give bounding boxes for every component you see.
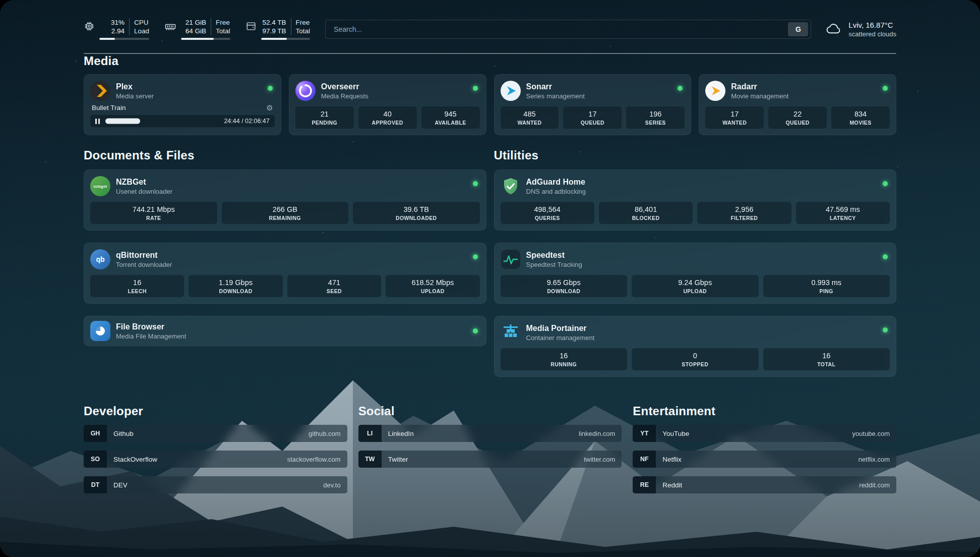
- section-title-documents: Documents & Files: [84, 148, 486, 162]
- memory-total-label: Total: [216, 27, 230, 35]
- bookmark-twitter[interactable]: TW Twitter twitter.com: [358, 451, 622, 468]
- bookmark-name: DEV: [113, 481, 128, 489]
- bookmark-stackoverflow[interactable]: SO StackOverflow stackoverflow.com: [84, 451, 347, 468]
- search-bar: G: [325, 20, 811, 39]
- stat-box: 945AVAILABLE: [421, 106, 480, 129]
- plex-icon: [90, 81, 110, 101]
- portainer-icon: [501, 322, 521, 343]
- bookmark-abbr: SO: [84, 451, 107, 468]
- qbittorrent-card[interactable]: qb qBittorrent Torrent downloader 16LEEC…: [84, 243, 486, 304]
- playback-bar[interactable]: 24:44 / 02:06:47: [90, 115, 275, 127]
- weather-widget: Lviv, 16.87°C scattered clouds: [825, 20, 896, 39]
- bookmark-abbr: NF: [633, 451, 656, 468]
- bookmark-url: youtube.com: [852, 430, 890, 437]
- bookmark-reddit[interactable]: RE Reddit reddit.com: [633, 476, 896, 493]
- cpu-load-value: 2.94: [111, 27, 125, 35]
- bookmark-abbr: RE: [633, 476, 656, 493]
- status-dot: [883, 86, 888, 91]
- overseerr-icon: [295, 81, 316, 101]
- stat-label: QUEUED: [564, 120, 621, 126]
- stat-value: 471: [288, 278, 380, 287]
- bookmark-netflix[interactable]: NF Netflix netflix.com: [633, 451, 896, 468]
- stat-box: 21PENDING: [295, 106, 354, 129]
- filebrowser-card[interactable]: File Browser Media File Management: [84, 316, 486, 346]
- service-subtitle: Media File Management: [116, 332, 186, 340]
- stat-box: 266 GBREMAINING: [222, 202, 349, 224]
- search-provider-button[interactable]: G: [788, 22, 808, 36]
- stat-value: 834: [832, 110, 889, 118]
- qbittorrent-icon: qb: [90, 249, 110, 269]
- service-name: NZBGet: [116, 178, 172, 187]
- search-input[interactable]: [333, 25, 788, 34]
- stat-label: DOWNLOAD: [502, 288, 627, 294]
- adguard-card[interactable]: AdGuard Home DNS and adblocking 498,564Q…: [494, 170, 897, 231]
- stat-label: LEECH: [91, 288, 183, 294]
- bookmark-github[interactable]: GH Github github.com: [84, 425, 347, 442]
- stat-divider: [291, 18, 291, 35]
- sonarr-card[interactable]: Sonarr Series management 485WANTED 17QUE…: [494, 74, 692, 135]
- dashboard-screen: 31% 2.94 CPU Load: [0, 0, 980, 557]
- disk-widget: 52.4 TB 97.9 TB Free Total: [246, 18, 311, 40]
- disk-free-value: 52.4 TB: [263, 18, 286, 27]
- service-name: qBittorrent: [116, 251, 172, 260]
- radarr-card[interactable]: Radarr Movie management 17WANTED 22QUEUE…: [699, 74, 896, 135]
- stat-divider: [211, 18, 211, 35]
- stat-label: PENDING: [296, 120, 353, 126]
- disk-icon: [246, 21, 257, 34]
- stat-box: 22QUEUED: [768, 106, 827, 129]
- bookmark-linkedin[interactable]: LI LinkedIn linkedin.com: [358, 425, 622, 442]
- snow-particles: [0, 0, 1, 1]
- weather-location-temp: Lviv, 16.87°C: [848, 21, 896, 29]
- stat-value: 40: [359, 110, 416, 118]
- cpu-widget: 31% 2.94 CPU Load: [84, 18, 149, 40]
- social-column: Social LI LinkedIn linkedin.com TW Twitt…: [358, 404, 622, 493]
- disk-progressbar: [261, 38, 311, 40]
- service-subtitle: Movie management: [731, 92, 788, 100]
- stat-value: 1.19 Gbps: [190, 278, 281, 287]
- memory-free-value: 21 GiB: [186, 18, 206, 27]
- stat-value: 86,401: [600, 205, 692, 213]
- bookmark-dev[interactable]: DT DEV dev.to: [84, 476, 347, 493]
- stat-box: 0STOPPED: [632, 348, 759, 370]
- bookmark-name: Twitter: [388, 456, 408, 463]
- bookmark-youtube[interactable]: YT YouTube youtube.com: [633, 425, 896, 442]
- service-subtitle: Media server: [116, 92, 154, 100]
- stat-value: 16: [91, 278, 183, 287]
- cpu-icon: [84, 21, 95, 34]
- pause-icon[interactable]: [95, 119, 100, 124]
- portainer-card[interactable]: Media Portainer Container management 16R…: [494, 316, 897, 377]
- stat-value: 498,564: [502, 205, 593, 213]
- speedtest-card[interactable]: Speedtest Speedtest Tracking 9.65 GbpsDO…: [494, 243, 897, 304]
- stat-value: 39.6 TB: [354, 205, 479, 213]
- gear-icon[interactable]: ⚙: [266, 104, 273, 112]
- stat-box: 9.24 GbpsUPLOAD: [632, 275, 759, 297]
- bookmark-abbr: TW: [358, 451, 382, 468]
- stat-box: 16LEECH: [90, 275, 184, 297]
- adguard-icon: [501, 176, 521, 196]
- disk-total-label: Total: [296, 27, 311, 35]
- stat-box: 834MOVIES: [831, 106, 890, 129]
- nzbget-card[interactable]: nzbget NZBGet Usenet downloader 744.21 M…: [84, 170, 486, 231]
- plex-card[interactable]: Plex Media server Bullet Train ⚙ 24:44 /…: [84, 74, 281, 135]
- stat-value: 22: [769, 110, 826, 118]
- stat-value: 9.24 Gbps: [633, 278, 758, 287]
- documents-column: Documents & Files nzbget NZBGet Usenet d…: [84, 148, 486, 377]
- overseerr-card[interactable]: Overseerr Media Requests 21PENDING 40APP…: [289, 74, 486, 135]
- stat-label: TOTAL: [764, 361, 889, 367]
- stat-label: UPLOAD: [633, 288, 758, 294]
- service-subtitle: Container management: [526, 334, 595, 342]
- service-subtitle: Series management: [526, 92, 585, 100]
- developer-column: Developer GH Github github.com SO StackO…: [84, 404, 347, 493]
- weather-condition: scattered clouds: [848, 30, 896, 38]
- status-dot: [883, 181, 888, 186]
- speedtest-icon: [501, 249, 521, 269]
- stat-value: 0: [633, 352, 758, 360]
- section-title-entertainment: Entertainment: [633, 404, 896, 418]
- cloud-icon: [825, 20, 842, 39]
- stat-value: 618.52 Mbps: [387, 278, 478, 287]
- status-dot: [883, 327, 888, 332]
- service-name: Radarr: [731, 82, 788, 91]
- stat-label: MOVIES: [832, 120, 889, 126]
- stat-box: 618.52 MbpsUPLOAD: [386, 275, 479, 297]
- disk-total-value: 97.9 TB: [263, 27, 286, 35]
